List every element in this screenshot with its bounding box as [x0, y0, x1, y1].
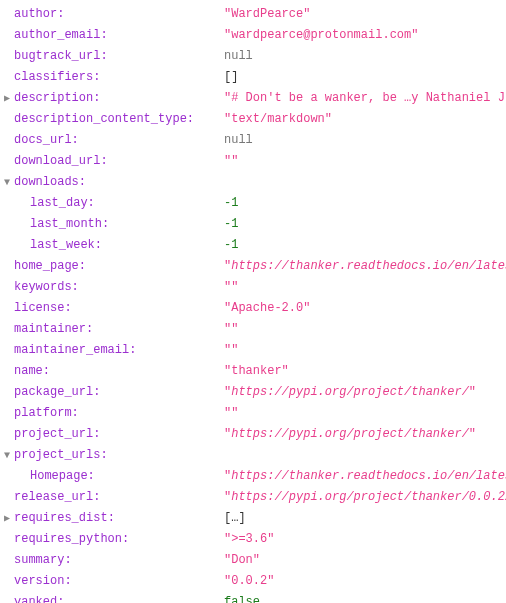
- colon: :: [122, 529, 129, 550]
- json-key: bugtrack_url: [14, 46, 100, 67]
- json-value: "https://pypi.org/project/thanker/": [224, 424, 506, 445]
- json-row: classifiers:[]: [0, 67, 506, 88]
- colon: :: [57, 4, 64, 25]
- json-row: author:"WardPearce": [0, 4, 506, 25]
- json-key: package_url: [14, 382, 93, 403]
- colon: :: [102, 214, 109, 235]
- colon: :: [57, 592, 64, 603]
- json-key: home_page: [14, 256, 79, 277]
- expand-icon[interactable]: ▶: [0, 90, 14, 108]
- json-row: home_page:"https://thanker.readthedocs.i…: [0, 256, 506, 277]
- json-key: classifiers: [14, 67, 93, 88]
- json-key: download_url: [14, 151, 100, 172]
- colon: :: [64, 571, 71, 592]
- json-key: project_urls: [14, 445, 100, 466]
- json-value: null: [224, 130, 506, 151]
- colon: :: [100, 25, 107, 46]
- colon: :: [79, 256, 86, 277]
- json-key: description_content_type: [14, 109, 187, 130]
- json-value: false: [224, 592, 506, 603]
- json-row: Homepage:"https://thanker.readthedocs.io…: [0, 466, 506, 487]
- json-row: ▼downloads:: [0, 172, 506, 193]
- json-row: name:"thanker": [0, 361, 506, 382]
- json-key: Homepage: [30, 466, 88, 487]
- json-value: "https://pypi.org/project/thanker/0.0.2/…: [224, 487, 506, 508]
- json-row: license:"Apache-2.0": [0, 298, 506, 319]
- colon: :: [43, 361, 50, 382]
- json-key: requires_dist: [14, 508, 108, 529]
- json-row: last_month:-1: [0, 214, 506, 235]
- colon: :: [129, 340, 136, 361]
- json-key: platform: [14, 403, 72, 424]
- json-value: ">=3.6": [224, 529, 506, 550]
- colon: :: [93, 88, 100, 109]
- json-key: summary: [14, 550, 64, 571]
- colon: :: [187, 109, 194, 130]
- json-row: platform:"": [0, 403, 506, 424]
- expand-icon[interactable]: ▶: [0, 510, 14, 528]
- colon: :: [72, 130, 79, 151]
- json-key: last_month: [30, 214, 102, 235]
- json-key: release_url: [14, 487, 93, 508]
- json-row: version:"0.0.2": [0, 571, 506, 592]
- json-key: docs_url: [14, 130, 72, 151]
- colon: :: [88, 193, 95, 214]
- json-value: -1: [224, 193, 506, 214]
- json-key: project_url: [14, 424, 93, 445]
- json-key: last_week: [30, 235, 95, 256]
- json-key: description: [14, 88, 93, 109]
- colon: :: [64, 550, 71, 571]
- json-row: download_url:"": [0, 151, 506, 172]
- json-row: requires_python:">=3.6": [0, 529, 506, 550]
- json-key: version: [14, 571, 64, 592]
- json-value: []: [224, 67, 506, 88]
- json-value: "Don": [224, 550, 506, 571]
- json-value: "": [224, 151, 506, 172]
- colon: :: [72, 277, 79, 298]
- json-row: ▶description:"# Don't be a wanker, be …y…: [0, 88, 506, 109]
- json-tree: author:"WardPearce"author_email:"wardpea…: [0, 4, 506, 603]
- colon: :: [108, 508, 115, 529]
- json-row: package_url:"https://pypi.org/project/th…: [0, 382, 506, 403]
- collapse-icon[interactable]: ▼: [0, 174, 14, 192]
- json-value: "WardPearce": [224, 4, 506, 25]
- json-value: "text/markdown": [224, 109, 506, 130]
- json-key: name: [14, 361, 43, 382]
- json-row: ▶requires_dist:[…]: [0, 508, 506, 529]
- json-row: maintainer_email:"": [0, 340, 506, 361]
- json-row: project_url:"https://pypi.org/project/th…: [0, 424, 506, 445]
- json-key: last_day: [30, 193, 88, 214]
- json-value: "0.0.2": [224, 571, 506, 592]
- colon: :: [93, 424, 100, 445]
- colon: :: [95, 235, 102, 256]
- json-row: keywords:"": [0, 277, 506, 298]
- json-key: license: [14, 298, 64, 319]
- json-row: author_email:"wardpearce@protonmail.com": [0, 25, 506, 46]
- json-value: "https://pypi.org/project/thanker/": [224, 382, 506, 403]
- json-value: -1: [224, 235, 506, 256]
- json-row: last_day:-1: [0, 193, 506, 214]
- json-value: "wardpearce@protonmail.com": [224, 25, 506, 46]
- colon: :: [64, 298, 71, 319]
- json-key: keywords: [14, 277, 72, 298]
- json-key: downloads: [14, 172, 79, 193]
- colon: :: [100, 46, 107, 67]
- json-value: "https://thanker.readthedocs.io/en/lates…: [224, 466, 506, 487]
- json-row: release_url:"https://pypi.org/project/th…: [0, 487, 506, 508]
- json-key: author: [14, 4, 57, 25]
- colon: :: [72, 403, 79, 424]
- json-value: "thanker": [224, 361, 506, 382]
- json-value: "# Don't be a wanker, be …y Nathaniel J.…: [224, 88, 506, 109]
- json-row: maintainer:"": [0, 319, 506, 340]
- json-key: maintainer: [14, 319, 86, 340]
- json-value: […]: [224, 508, 506, 529]
- json-value: "": [224, 277, 506, 298]
- json-row: ▼project_urls:: [0, 445, 506, 466]
- colon: :: [93, 382, 100, 403]
- json-row: description_content_type:"text/markdown": [0, 109, 506, 130]
- json-row: last_week:-1: [0, 235, 506, 256]
- colon: :: [93, 67, 100, 88]
- collapse-icon[interactable]: ▼: [0, 447, 14, 465]
- colon: :: [100, 445, 107, 466]
- colon: :: [79, 172, 86, 193]
